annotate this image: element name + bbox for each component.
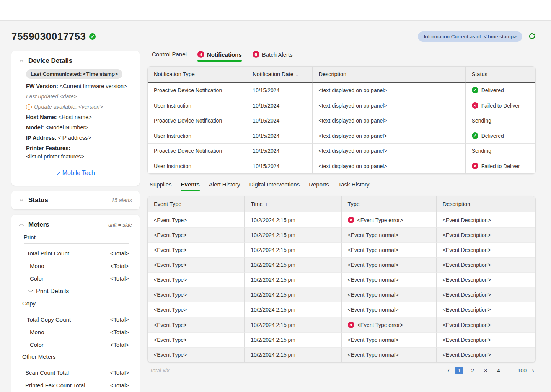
page-button-1[interactable]: 1 (455, 367, 463, 374)
meter-label: Mono (30, 329, 44, 335)
cell-notification-date: 10/15/2024 (246, 128, 312, 144)
printer-features-label: Printer Features: (26, 145, 70, 151)
page-button-2[interactable]: 2 (469, 368, 476, 374)
cell-event-description: <Event Description> (437, 287, 535, 302)
status-panel-title: Status (28, 196, 48, 204)
column-header-notification-date[interactable]: Notification Date (246, 67, 312, 83)
error-icon (348, 217, 354, 223)
tab-reports[interactable]: Reports (309, 181, 329, 191)
cell-notification-date: 10/15/2024 (246, 144, 312, 158)
notification-row: Proactive Device Notification 10/15/2024… (148, 83, 535, 98)
status-expand-button[interactable] (19, 198, 24, 203)
cell-notification-date: 10/15/2024 (246, 158, 312, 173)
alerts-count-note: 15 alerts (111, 197, 132, 203)
cell-notification-date: 10/15/2024 (246, 83, 312, 98)
cell-event-description: <Event Description> (437, 228, 535, 243)
meter-value: <Total> (110, 329, 129, 335)
cell-status: Delivered (466, 83, 535, 98)
cell-type: <Event Type normal> (342, 258, 437, 273)
meters-collapse-button[interactable] (19, 222, 24, 227)
column-header-time[interactable]: Time (245, 196, 341, 212)
column-header-description[interactable]: Description (437, 196, 535, 212)
event-row: <Event Type> 10/2/2024 2:15 pm <Event Ty… (148, 273, 535, 287)
meter-value: <Total> (110, 382, 129, 389)
tab-control-panel[interactable]: Control Panel (152, 51, 187, 60)
cell-description: <text displayed on op panel> (313, 83, 466, 98)
mobile-tech-link[interactable]: Mobile Tech (19, 170, 132, 176)
main-area: Control Panel 4 Notifications 6 Batch Al… (147, 51, 536, 374)
ip-address-line: IP Address: <IP address> (26, 135, 132, 141)
tab-batch-alerts[interactable]: 6 Batch Alerts (253, 51, 293, 61)
print-details-toggle[interactable]: Print Details (29, 288, 69, 295)
meter-label: Printed Fax Count Total (25, 382, 85, 389)
column-header-description[interactable]: Description (313, 67, 466, 83)
tab-supplies[interactable]: Supplies (150, 181, 172, 191)
event-row: <Event Type> 10/2/2024 2:15 pm <Event Ty… (148, 243, 535, 258)
cell-type: <Event Type normal> (342, 333, 437, 348)
tab-label: Notifications (207, 51, 242, 58)
left-sidebar: Device Details Last Communicated: <Time … (11, 51, 140, 392)
tab-label: Alert History (209, 181, 240, 188)
chevron-down-icon (19, 197, 23, 201)
page-button-3[interactable]: 3 (482, 368, 489, 374)
notifications-count-badge: 4 (197, 51, 204, 58)
tab-task-history[interactable]: Task History (338, 181, 370, 191)
cell-event-description: <Event Description> (437, 348, 535, 362)
last-communicated-badge: Last Communicated: <Time stamp> (26, 69, 122, 79)
meters-panel: Meters unit = side Print Total Print Cou… (11, 215, 140, 392)
cell-notification-type: User Instruction (148, 128, 246, 144)
notification-row: User Instruction 10/15/2024 <text displa… (148, 98, 535, 113)
tab-alert-history[interactable]: Alert History (209, 181, 240, 191)
cell-notification-date: 10/15/2024 (246, 98, 312, 113)
cell-event-description: <Event Description> (437, 258, 535, 273)
meters-panel-title: Meters (28, 221, 49, 229)
page-content: 7559030017753 Information Current as of:… (0, 31, 551, 392)
next-page-button[interactable] (532, 367, 534, 374)
cell-time: 10/2/2024 2:15 pm (245, 243, 341, 258)
page-title: 7559030017753 (11, 31, 86, 42)
event-row: <Event Type> 10/2/2024 2:15 pm <Event Ty… (148, 287, 535, 302)
tab-label: Digital Interventions (249, 181, 300, 188)
column-header-notification-type[interactable]: Notification Type (148, 67, 246, 83)
refresh-icon (528, 33, 536, 41)
external-link-icon (56, 170, 62, 176)
refresh-button[interactable] (528, 33, 536, 41)
device-details-panel: Device Details Last Communicated: <Time … (11, 51, 140, 186)
cell-time: 10/2/2024 2:15 pm (245, 287, 341, 302)
meters-group-print: Print (24, 234, 129, 244)
cell-event-description: <Event Description> (437, 333, 535, 348)
cell-event-description: <Event Description> (437, 273, 535, 287)
chevron-down-icon (28, 288, 33, 292)
cell-status: Sending (466, 144, 535, 158)
device-details-collapse-button[interactable] (19, 59, 24, 63)
meter-value: <Total> (110, 263, 129, 269)
column-header-type[interactable]: Type (342, 196, 437, 212)
tab-label: Batch Alerts (262, 51, 293, 58)
meters-group-copy: Copy (22, 300, 129, 310)
tab-digital-interventions[interactable]: Digital Interventions (249, 181, 300, 191)
meter-value: <Total> (110, 341, 129, 348)
meter-row: Mono <Total> (30, 263, 129, 269)
previous-page-button[interactable] (447, 367, 450, 374)
cell-status: Sending (466, 113, 535, 128)
column-header-event-type[interactable]: Event Type (148, 196, 245, 212)
cell-time: 10/2/2024 2:15 pm (245, 212, 341, 228)
panel-title: Device Details (28, 57, 72, 65)
cell-event-description: <Event Description> (437, 302, 535, 317)
cell-type: <Event Type normal> (342, 302, 437, 317)
header-right: Information Current as of: <Time stamp> (418, 31, 536, 42)
meter-label: Total Print Count (27, 250, 69, 256)
page-button-100[interactable]: 100 (518, 368, 527, 374)
tab-events[interactable]: Events (181, 181, 200, 191)
cell-event-type: <Event Type> (148, 228, 245, 243)
cell-notification-type: Proactive Device Notification (148, 144, 246, 158)
event-row: <Event Type> 10/2/2024 2:15 pm <Event Ty… (148, 258, 535, 273)
active-tab-underline (181, 190, 200, 191)
cell-event-type: <Event Type> (148, 317, 245, 333)
cell-status: Failed to Deliver (466, 98, 535, 113)
tab-notifications[interactable]: 4 Notifications (197, 51, 242, 62)
host-name-line: Host Name: <Host name> (26, 114, 132, 120)
column-header-status[interactable]: Status (466, 67, 535, 83)
meter-row: Total Copy Count <Total> (27, 316, 129, 323)
page-button-4[interactable]: 4 (495, 368, 502, 374)
